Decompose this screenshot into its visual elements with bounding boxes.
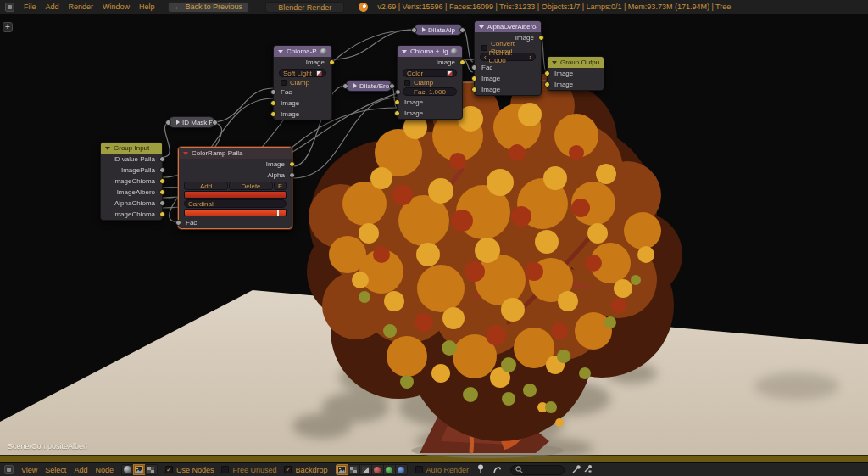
colorramp-gradient-bar[interactable]: [184, 191, 287, 199]
node-colorramp-palla[interactable]: ColorRamp Palla Image Alpha Add Delete F…: [178, 147, 292, 229]
input-socket[interactable]: [471, 64, 477, 70]
output-socket[interactable]: [159, 167, 165, 173]
node-alphaover[interactable]: AlphaOverAlbero-Pall Image Convert Premu…: [474, 20, 542, 96]
collapse-triangle-icon[interactable]: [402, 50, 407, 53]
output-socket[interactable]: [538, 35, 544, 41]
free-unused-checkbox[interactable]: Free Unused: [221, 466, 276, 474]
use-nodes-checkbox[interactable]: ✓ Use Nodes: [165, 466, 214, 474]
input-socket[interactable]: [394, 110, 400, 116]
output-socket[interactable]: [289, 172, 295, 178]
collapse-triangle-icon[interactable]: [105, 147, 110, 150]
input-socket[interactable]: [544, 70, 550, 76]
output-socket[interactable]: [159, 189, 165, 195]
menu-render[interactable]: Render: [69, 3, 94, 11]
expand-triangle-icon[interactable]: [353, 83, 357, 88]
menu-add[interactable]: Add: [46, 3, 59, 11]
input-socket[interactable]: [270, 111, 276, 117]
material-nodes-icon[interactable]: [121, 464, 134, 475]
checkbox-icon[interactable]: [281, 80, 287, 86]
compositing-nodes-icon[interactable]: [133, 464, 146, 475]
ramp-delete-button[interactable]: Delete: [229, 182, 273, 190]
output-socket[interactable]: [159, 178, 165, 184]
texture-nodes-icon[interactable]: [145, 464, 158, 475]
fake-user-button[interactable]: F: [274, 182, 287, 190]
node-group-output[interactable]: Group Output Image Image: [547, 56, 604, 91]
channel-red-icon[interactable]: [371, 464, 384, 475]
checkbox-icon[interactable]: [415, 466, 423, 473]
render-engine-select[interactable]: Blender Render: [265, 2, 344, 13]
editor-type-icon[interactable]: [5, 3, 14, 12]
node-dilate-erode-collapsed[interactable]: Dilate/Ero..: [345, 80, 392, 92]
collapse-triangle-icon[interactable]: [479, 25, 484, 29]
blend-mode-select[interactable]: Soft Light: [279, 69, 326, 77]
expand-triangle-icon[interactable]: [422, 27, 426, 32]
backdrop-split-icon[interactable]: [359, 464, 372, 475]
blend-mode-select[interactable]: Color: [403, 69, 457, 77]
node-colorramp-header[interactable]: ColorRamp Palla: [179, 148, 292, 159]
menu-node[interactable]: Node: [95, 466, 114, 474]
output-socket[interactable]: [459, 59, 465, 65]
node-search-input[interactable]: [510, 465, 565, 475]
input-socket[interactable]: [165, 120, 171, 126]
node-chioma-light[interactable]: Chioma + light Image Color Clamp Fac: 1.…: [397, 45, 463, 120]
channel-blue-icon[interactable]: [395, 464, 408, 475]
ramp-add-button[interactable]: Add: [184, 182, 228, 190]
menu-file[interactable]: File: [24, 3, 36, 11]
node-group-input-header[interactable]: Group Input: [101, 143, 162, 154]
node-alphaover-header[interactable]: AlphaOverAlbero-Pall: [475, 21, 541, 32]
output-socket[interactable]: [159, 156, 165, 162]
input-socket[interactable]: [395, 89, 401, 95]
colorramp-stop-bar[interactable]: [184, 209, 287, 216]
output-socket[interactable]: [159, 200, 165, 206]
snap-curve-icon[interactable]: [492, 464, 503, 476]
input-socket[interactable]: [270, 100, 276, 106]
input-socket[interactable]: [270, 89, 276, 95]
ramp-stop-marker[interactable]: [277, 210, 279, 216]
backdrop-alpha-icon[interactable]: [348, 464, 360, 475]
output-socket[interactable]: [289, 161, 295, 167]
output-socket[interactable]: [459, 27, 465, 33]
node-id-mask-collapsed[interactable]: ID Mask P: [168, 116, 215, 128]
back-to-previous-button[interactable]: ← Back to Previous: [168, 2, 250, 13]
input-socket[interactable]: [175, 220, 181, 226]
collapse-triangle-icon[interactable]: [278, 50, 283, 53]
collapse-triangle-icon[interactable]: [552, 61, 557, 64]
menu-help[interactable]: Help: [139, 3, 155, 11]
channel-green-icon[interactable]: [383, 464, 396, 475]
expand-triangle-icon[interactable]: [176, 120, 180, 125]
output-socket[interactable]: [329, 59, 335, 65]
toolbar-icon-2[interactable]: [583, 464, 593, 475]
node-chioma-palla-header[interactable]: Chioma-Palla: [274, 46, 331, 57]
node-editor-canvas[interactable]: + Scene/CompositeAlberi Group Input ID v…: [0, 14, 868, 462]
output-socket[interactable]: [159, 211, 165, 217]
toolbar-expand-icon[interactable]: +: [3, 22, 13, 32]
checkbox-icon[interactable]: ✓: [165, 466, 173, 473]
input-socket[interactable]: [342, 83, 348, 89]
clamp-checkbox-row[interactable]: Clamp: [274, 78, 331, 87]
input-socket[interactable]: [394, 99, 400, 105]
node-group-output-header[interactable]: Group Output: [548, 57, 604, 68]
backdrop-rgba-icon[interactable]: [336, 464, 348, 475]
pin-icon[interactable]: [476, 464, 485, 476]
interpolation-select[interactable]: Cardinal: [184, 199, 287, 208]
checkbox-icon[interactable]: [481, 45, 487, 51]
node-chioma-palla[interactable]: Chioma-Palla Image Soft Light Clamp Fac …: [273, 45, 332, 120]
editor-type-icon[interactable]: [4, 465, 14, 474]
collapse-triangle-icon[interactable]: [183, 152, 188, 155]
decrement-arrow-icon[interactable]: ‹: [484, 53, 487, 61]
checkbox-icon[interactable]: [221, 466, 229, 473]
auto-render-checkbox[interactable]: Auto Render: [415, 466, 470, 474]
increment-arrow-icon[interactable]: ›: [529, 53, 531, 61]
menu-window[interactable]: Window: [103, 3, 130, 11]
menu-add-node[interactable]: Add: [74, 466, 87, 474]
toolbar-icon-1[interactable]: [572, 464, 581, 475]
node-dilatealp-collapsed[interactable]: DilateAlp: [414, 24, 463, 36]
output-socket[interactable]: [389, 83, 395, 89]
menu-select[interactable]: Select: [45, 466, 66, 474]
clamp-checkbox-row[interactable]: Clamp: [398, 78, 462, 87]
output-socket[interactable]: [212, 120, 218, 126]
checkbox-icon[interactable]: ✓: [284, 466, 292, 473]
checkbox-icon[interactable]: [404, 80, 410, 86]
input-socket[interactable]: [471, 87, 477, 92]
node-chioma-light-header[interactable]: Chioma + light: [398, 46, 462, 57]
